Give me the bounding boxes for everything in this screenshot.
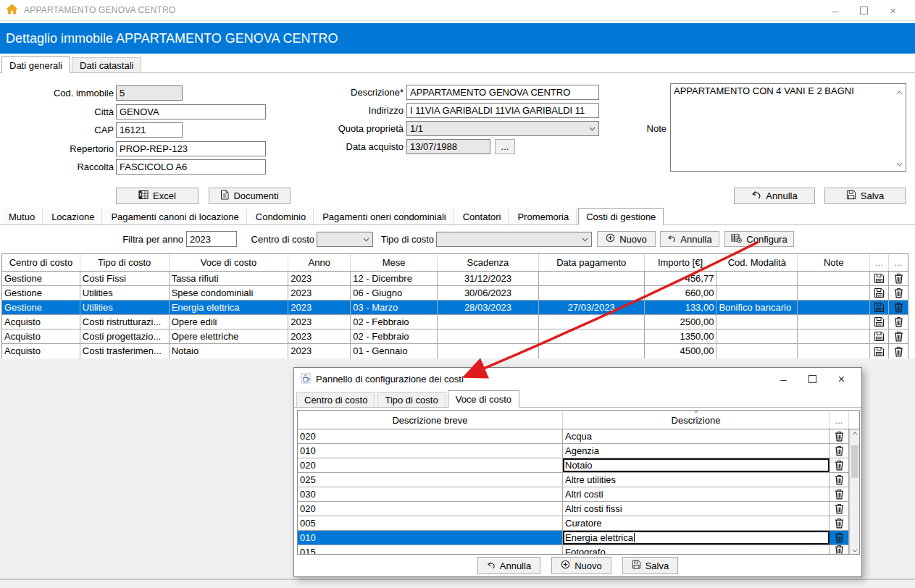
row-delete-icon[interactable] bbox=[830, 502, 849, 516]
row-delete-icon[interactable] bbox=[830, 473, 849, 487]
nuovo-button[interactable]: Nuovo bbox=[597, 231, 656, 247]
cell-descrizione-breve[interactable]: 015 bbox=[298, 545, 563, 555]
tab-pagamenti-oneri-condominiali[interactable]: Pagamenti oneri condominiali bbox=[315, 209, 454, 224]
dialog-scrollbar[interactable] bbox=[849, 429, 859, 555]
column-header-cod-modalit[interactable]: Cod. Modalità bbox=[716, 254, 798, 271]
dialog-row[interactable]: 010Agenzia bbox=[298, 444, 859, 458]
row-delete-icon[interactable] bbox=[830, 429, 849, 443]
cell-descrizione[interactable]: Fotografo bbox=[563, 545, 830, 555]
column-header-scadenza[interactable]: Scadenza bbox=[438, 254, 539, 271]
cell-descrizione-breve[interactable]: 010 bbox=[298, 444, 563, 458]
dialog-row[interactable]: 025Altre utilities bbox=[298, 473, 859, 487]
dialog-row[interactable]: 020Notaio bbox=[298, 458, 859, 473]
row-delete-icon[interactable] bbox=[889, 286, 908, 300]
cell-descrizione[interactable]: Notaio bbox=[563, 458, 830, 472]
tipo-costo-select[interactable] bbox=[436, 232, 592, 247]
quota-proprieta-select[interactable]: 1/1 bbox=[406, 121, 599, 136]
cell-descrizione[interactable]: Altre utilities bbox=[563, 473, 830, 487]
tab-dati-catastali[interactable]: Dati catastali bbox=[72, 57, 141, 72]
dialog-nuovo-button[interactable]: Nuovo bbox=[551, 557, 611, 574]
close-icon[interactable]: × bbox=[890, 5, 896, 16]
dialog-tab-centro-di-costo[interactable]: Centro di costo bbox=[296, 392, 375, 407]
dialog-row[interactable]: 020Altri costi fissi bbox=[298, 502, 859, 516]
column-header-note[interactable]: Note bbox=[798, 254, 870, 271]
filter-annulla-button[interactable]: Annulla bbox=[660, 231, 719, 247]
dialog-row[interactable]: 005Curatore bbox=[298, 516, 859, 531]
note-field[interactable]: APPARTAMENTO CON 4 VANI E 2 BAGNI bbox=[670, 83, 906, 172]
cell-descrizione[interactable]: Curatore bbox=[563, 516, 830, 530]
tab-dati-generali[interactable]: Dati generali bbox=[1, 56, 70, 73]
row-delete-icon[interactable] bbox=[830, 458, 849, 472]
tab-locazione[interactable]: Locazione bbox=[44, 209, 102, 224]
column-header-importo[interactable]: Importo [€] bbox=[645, 254, 717, 271]
dialog-annulla-button[interactable]: Annulla bbox=[477, 557, 540, 574]
dialog-tab-tipo-di-costo[interactable]: Tipo di costo bbox=[377, 392, 446, 407]
costs-table-row[interactable]: GestioneCosti FissiTassa rifiuti202312 -… bbox=[2, 272, 908, 286]
row-save-icon[interactable] bbox=[870, 329, 889, 343]
tab-pagamenti-canoni-di-locazione[interactable]: Pagamenti canoni di locazione bbox=[104, 209, 246, 224]
raccolta-field[interactable] bbox=[116, 159, 266, 175]
cell-descrizione[interactable]: Altri costi bbox=[563, 487, 830, 501]
row-save-icon[interactable] bbox=[870, 301, 889, 314]
column-header-mese[interactable]: Mese bbox=[351, 254, 438, 271]
data-acquisto-field[interactable] bbox=[406, 139, 490, 154]
annulla-button[interactable]: Annulla bbox=[734, 188, 815, 204]
chevron-down-icon[interactable] bbox=[896, 158, 903, 169]
scrollbar-thumb[interactable] bbox=[851, 445, 858, 478]
row-delete-icon[interactable] bbox=[889, 329, 908, 343]
row-delete-icon[interactable] bbox=[830, 444, 849, 458]
cell-descrizione[interactable]: Altri costi fissi bbox=[563, 502, 830, 516]
dialog-maximize-icon[interactable] bbox=[809, 375, 816, 383]
chevron-up-icon[interactable] bbox=[896, 86, 903, 97]
cap-field[interactable] bbox=[116, 122, 183, 138]
tab-condominio[interactable]: Condominio bbox=[248, 209, 314, 224]
cell-descrizione-breve[interactable]: 020 bbox=[298, 458, 563, 472]
cell-descrizione-breve[interactable]: 005 bbox=[298, 516, 563, 530]
row-delete-icon[interactable] bbox=[889, 272, 908, 285]
row-save-icon[interactable] bbox=[870, 315, 889, 329]
column-header-centro-di-costo[interactable]: Centro di costo bbox=[2, 254, 80, 271]
salva-button[interactable]: Salva bbox=[824, 188, 906, 204]
row-save-icon[interactable] bbox=[870, 272, 889, 285]
documenti-button[interactable]: Documenti bbox=[209, 188, 291, 204]
costs-table-row[interactable]: AcquistoCosti progettazio...Opere elettr… bbox=[2, 329, 908, 344]
costs-table-row[interactable]: AcquistoCosti trasferimen...Notaio202301… bbox=[2, 344, 908, 358]
indirizzo-field[interactable] bbox=[406, 103, 599, 118]
row-save-icon[interactable] bbox=[870, 344, 889, 358]
row-delete-icon[interactable] bbox=[830, 545, 849, 555]
cell-descrizione[interactable]: Energia elettrica bbox=[563, 531, 830, 545]
row-delete-icon[interactable] bbox=[889, 315, 908, 329]
cell-descrizione-breve[interactable]: 020 bbox=[298, 429, 563, 443]
cell-descrizione[interactable]: Acqua bbox=[563, 429, 830, 443]
dialog-row[interactable]: 020Acqua bbox=[298, 429, 859, 444]
dialog-salva-button[interactable]: Salva bbox=[622, 557, 679, 574]
row-delete-icon[interactable] bbox=[830, 531, 849, 545]
dialog-row[interactable]: 010Energia elettrica bbox=[298, 531, 859, 545]
costs-table-row[interactable]: AcquistoCosti ristrutturazi...Opere edil… bbox=[2, 315, 908, 329]
tab-mutuo[interactable]: Mutuo bbox=[1, 209, 43, 224]
chevron-up-icon[interactable] bbox=[850, 432, 859, 435]
cell-descrizione-breve[interactable]: 025 bbox=[298, 473, 563, 487]
cell-descrizione-breve[interactable]: 030 bbox=[298, 487, 563, 501]
tab-costi-di-gestione[interactable]: Costi di gestione bbox=[578, 208, 664, 225]
maximize-icon[interactable] bbox=[860, 7, 868, 14]
chevron-down-icon[interactable] bbox=[850, 549, 859, 553]
minimize-icon[interactable]: – bbox=[832, 5, 838, 16]
row-save-icon[interactable] bbox=[870, 286, 889, 300]
configura-button[interactable]: Configura bbox=[724, 231, 794, 247]
dialog-tab-voce-di-costo[interactable]: Voce di costo bbox=[448, 390, 519, 408]
cell-descrizione[interactable]: Agenzia bbox=[563, 444, 830, 458]
data-acquisto-browse-button[interactable]: ... bbox=[495, 139, 515, 154]
costs-table-row[interactable]: GestioneUtilitiesSpese condominiali20230… bbox=[2, 286, 908, 301]
note-scrollbar[interactable] bbox=[893, 84, 906, 171]
column-header-tipo-di-costo[interactable]: Tipo di costo bbox=[80, 254, 170, 271]
repertorio-field[interactable] bbox=[116, 141, 266, 156]
filtra-anno-input[interactable] bbox=[186, 231, 237, 247]
tab-contatori[interactable]: Contatori bbox=[456, 209, 509, 224]
costs-table-row[interactable]: GestioneUtilitiesEnergia elettrica202303… bbox=[2, 301, 908, 315]
dialog-close-icon[interactable]: × bbox=[838, 374, 845, 385]
cell-descrizione-breve[interactable]: 020 bbox=[298, 502, 563, 516]
dialog-minimize-icon[interactable]: – bbox=[780, 374, 786, 385]
column-header-anno[interactable]: Anno bbox=[288, 254, 351, 271]
centro-costo-select[interactable] bbox=[317, 232, 373, 247]
